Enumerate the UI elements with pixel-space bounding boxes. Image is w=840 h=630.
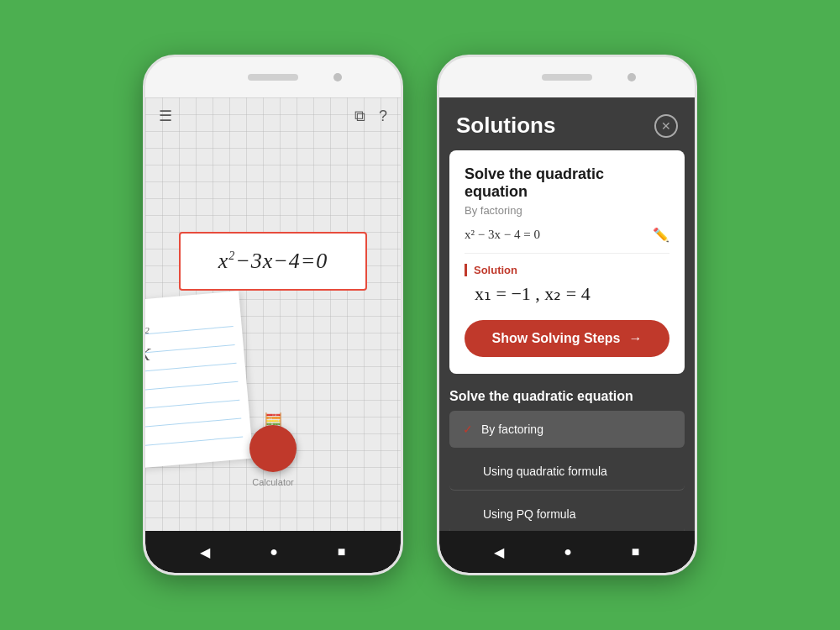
camera-right: [627, 73, 636, 81]
help-icon[interactable]: ?: [379, 108, 387, 125]
edit-icon[interactable]: ✏️: [653, 227, 669, 243]
equation-value: x² − 3x − 4 = 0: [465, 228, 540, 242]
camera-left: [333, 73, 342, 81]
solutions-list: Solve the quadratic equation ✓ By factor…: [439, 377, 695, 531]
menu-icon[interactable]: ☰: [159, 107, 172, 125]
solutions-header: Solutions ✕: [439, 97, 695, 150]
check-icon: ✓: [463, 423, 473, 436]
solution-card: Solve the quadratic equation By factorin…: [449, 150, 685, 374]
calc-label: Calculator: [252, 477, 294, 487]
toolbar-right: ⧉ ?: [354, 108, 387, 125]
method-label-factoring: By factoring: [481, 423, 543, 436]
solution-separator: ,: [535, 283, 544, 304]
phone-bottom-right: ◀ ● ■: [439, 531, 695, 573]
home-button-right[interactable]: ●: [564, 544, 572, 559]
solution-result: x₁ = −1 , x₂ = 4: [465, 283, 669, 305]
show-steps-label: Show Solving Steps: [492, 331, 621, 346]
solution-label: Solution: [465, 264, 669, 276]
equation-text: x2−3x−4=0: [218, 249, 328, 274]
show-steps-button[interactable]: Show Solving Steps →: [465, 320, 669, 357]
solution-x1: x₁ = −1: [475, 283, 531, 304]
equation-box: x2−3x−4=0: [179, 232, 367, 291]
notebook-paper: x2 K: [145, 291, 253, 468]
card-title: Solve the quadratic equation: [465, 165, 669, 201]
equation-display: x² − 3x − 4 = 0 ✏️: [465, 227, 669, 254]
back-button-left[interactable]: ◀: [200, 544, 210, 560]
close-button[interactable]: ✕: [654, 114, 678, 138]
card-subtitle: By factoring: [465, 204, 669, 217]
method-item-pq[interactable]: Using PQ formula: [449, 496, 685, 531]
right-phone: Solutions ✕ Solve the quadratic equation…: [437, 55, 697, 575]
solutions-screen: Solutions ✕ Solve the quadratic equation…: [439, 97, 695, 531]
speaker-left: [248, 74, 298, 81]
speaker-right: [542, 74, 592, 81]
solutions-phone-screen: Solutions ✕ Solve the quadratic equation…: [439, 97, 695, 531]
capture-button[interactable]: [249, 425, 297, 472]
method-label-pq: Using PQ formula: [463, 507, 575, 521]
method-item-quadratic[interactable]: Using quadratic formula: [449, 453, 685, 491]
phone-top-left: [145, 57, 401, 97]
calc-toolbar: ☰ ⧉ ?: [145, 97, 401, 134]
phone-top-right: [439, 57, 695, 97]
calc-phone-screen: ☰ ⧉ ? x2 K: [145, 97, 401, 531]
solutions-list-title: Solve the quadratic equation: [449, 389, 685, 404]
back-button-right[interactable]: ◀: [494, 544, 504, 560]
close-icon: ✕: [661, 119, 671, 133]
left-phone: ☰ ⧉ ? x2 K: [143, 55, 403, 575]
home-button-left[interactable]: ●: [270, 544, 278, 559]
calc-screen: ☰ ⧉ ? x2 K: [145, 97, 401, 531]
recent-button-right[interactable]: ■: [632, 544, 640, 559]
notebook-lines: [145, 291, 251, 447]
method-label-quadratic: Using quadratic formula: [463, 465, 607, 478]
phone-bottom-left: ◀ ● ■: [145, 531, 401, 573]
arrow-icon: →: [628, 331, 642, 346]
notebook-writing: x2 K: [145, 324, 150, 365]
recent-button-left[interactable]: ■: [338, 544, 346, 559]
solution-x2: x₂ = 4: [544, 283, 590, 304]
history-icon[interactable]: ⧉: [354, 108, 365, 125]
solutions-title: Solutions: [456, 113, 555, 139]
method-item-factoring[interactable]: ✓ By factoring: [449, 411, 685, 448]
